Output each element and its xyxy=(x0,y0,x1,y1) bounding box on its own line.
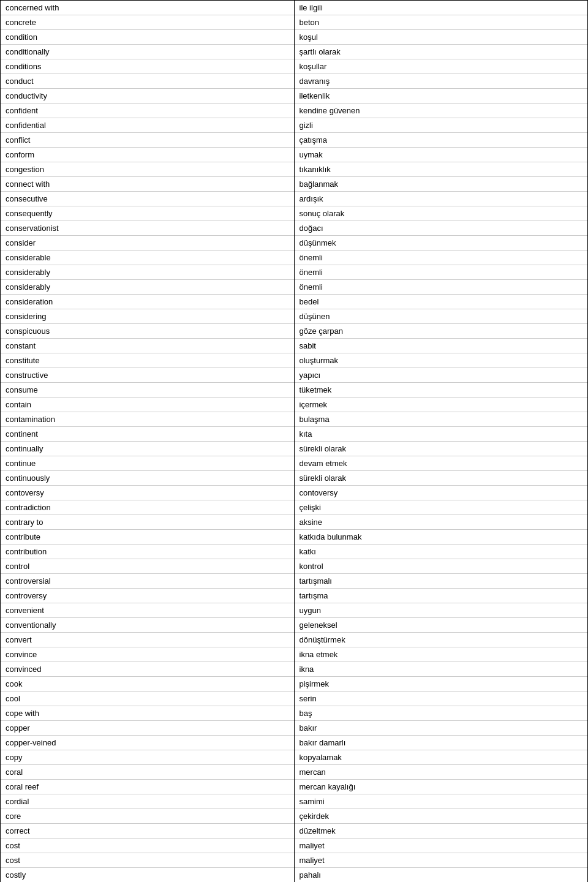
table-row: conditionskoşullar xyxy=(1,59,587,74)
english-term: continent xyxy=(1,427,294,442)
turkish-translation: ile ilgili xyxy=(294,1,587,15)
table-row: continuedevam etmek xyxy=(1,456,587,471)
turkish-translation: düşünmek xyxy=(294,236,587,251)
turkish-translation: contoversy xyxy=(294,486,587,500)
table-row: continuallysürekli olarak xyxy=(1,442,587,456)
table-row: controversialtartışmalı xyxy=(1,574,587,589)
english-term: controversial xyxy=(1,574,294,589)
english-term: consecutive xyxy=(1,192,294,206)
turkish-translation: uygun xyxy=(294,603,587,618)
table-row: contaminationbulaşma xyxy=(1,412,587,427)
turkish-translation: ardışık xyxy=(294,192,587,206)
english-term: considerable xyxy=(1,251,294,265)
turkish-translation: düşünen xyxy=(294,309,587,324)
english-term: conservationist xyxy=(1,221,294,236)
turkish-translation: tartışma xyxy=(294,589,587,603)
turkish-translation: dönüştürmek xyxy=(294,633,587,647)
table-row: cordialsamimi xyxy=(1,794,587,809)
turkish-translation: oluşturmak xyxy=(294,353,587,368)
english-term: concerned with xyxy=(1,1,294,15)
turkish-translation: kontrol xyxy=(294,559,587,574)
english-term: conventionally xyxy=(1,618,294,633)
table-row: copper-veinedbakır damarlı xyxy=(1,736,587,750)
turkish-translation: sürekli olarak xyxy=(294,442,587,456)
table-row: constructiveyapıcı xyxy=(1,368,587,383)
turkish-translation: bakır xyxy=(294,721,587,736)
english-term: contamination xyxy=(1,412,294,427)
english-term: consider xyxy=(1,236,294,251)
table-row: cope withbaş xyxy=(1,706,587,721)
turkish-translation: davranış xyxy=(294,74,587,89)
turkish-translation: bağlanmak xyxy=(294,177,587,192)
english-term: convenient xyxy=(1,603,294,618)
turkish-translation: bulaşma xyxy=(294,412,587,427)
english-term: conspicuous xyxy=(1,324,294,339)
table-row: coralmercan xyxy=(1,765,587,780)
turkish-translation: göze çarpan xyxy=(294,324,587,339)
turkish-translation: serin xyxy=(294,692,587,706)
english-term: convince xyxy=(1,647,294,662)
table-row: coreçekirdek xyxy=(1,809,587,824)
table-row: contributionkatkı xyxy=(1,545,587,559)
english-term: conform xyxy=(1,148,294,162)
turkish-translation: maliyet xyxy=(294,839,587,853)
table-row: controversytartışma xyxy=(1,589,587,603)
table-row: costmaliyet xyxy=(1,839,587,853)
turkish-translation: uymak xyxy=(294,148,587,162)
table-row: conditionallyşartlı olarak xyxy=(1,45,587,59)
english-term: coral xyxy=(1,765,294,780)
english-term: confident xyxy=(1,104,294,118)
table-row: cookpişirmek xyxy=(1,677,587,692)
english-term: contribution xyxy=(1,545,294,559)
turkish-translation: aksine xyxy=(294,515,587,530)
english-term: continually xyxy=(1,442,294,456)
turkish-translation: yapıcı xyxy=(294,368,587,383)
english-term: cook xyxy=(1,677,294,692)
english-term: considerably xyxy=(1,280,294,295)
english-term: correct xyxy=(1,824,294,839)
english-term: contradiction xyxy=(1,500,294,515)
english-term: copper xyxy=(1,721,294,736)
turkish-translation: sonuç olarak xyxy=(294,206,587,221)
turkish-translation: sürekli olarak xyxy=(294,471,587,486)
english-term: consume xyxy=(1,383,294,398)
turkish-translation: maliyet xyxy=(294,853,587,868)
turkish-translation: ikna etmek xyxy=(294,647,587,662)
turkish-translation: baş xyxy=(294,706,587,721)
english-term: conditionally xyxy=(1,45,294,59)
turkish-translation: bedel xyxy=(294,295,587,309)
table-row: considerablyönemli xyxy=(1,265,587,280)
vocabulary-table: concerned withile ilgiliconcretebetoncon… xyxy=(0,0,588,882)
turkish-translation: önemli xyxy=(294,280,587,295)
table-row: constituteoluşturmak xyxy=(1,353,587,368)
turkish-translation: samimi xyxy=(294,794,587,809)
turkish-translation: düzeltmek xyxy=(294,824,587,839)
table-row: conformuymak xyxy=(1,148,587,162)
english-term: copy xyxy=(1,750,294,765)
english-term: considerably xyxy=(1,265,294,280)
turkish-translation: tartışmalı xyxy=(294,574,587,589)
english-term: concrete xyxy=(1,15,294,30)
table-row: constantsabit xyxy=(1,339,587,353)
turkish-translation: mercan xyxy=(294,765,587,780)
table-row: considerablyönemli xyxy=(1,280,587,295)
english-term: costly xyxy=(1,868,294,883)
english-term: convert xyxy=(1,633,294,647)
english-term: cope with xyxy=(1,706,294,721)
english-term: cost xyxy=(1,853,294,868)
table-row: continuouslysürekli olarak xyxy=(1,471,587,486)
turkish-translation: katkıda bulunmak xyxy=(294,530,587,545)
english-term: consideration xyxy=(1,295,294,309)
table-row: confidentialgizli xyxy=(1,118,587,133)
turkish-translation: şartlı olarak xyxy=(294,45,587,59)
table-row: copperbakır xyxy=(1,721,587,736)
english-term: continue xyxy=(1,456,294,471)
turkish-translation: ikna xyxy=(294,662,587,677)
turkish-translation: doğacı xyxy=(294,221,587,236)
table-row: conductdavranış xyxy=(1,74,587,89)
table-row: confidentkendine güvenen xyxy=(1,104,587,118)
english-term: continuously xyxy=(1,471,294,486)
table-row: copykopyalamak xyxy=(1,750,587,765)
table-row: coolserin xyxy=(1,692,587,706)
table-row: convenientuygun xyxy=(1,603,587,618)
